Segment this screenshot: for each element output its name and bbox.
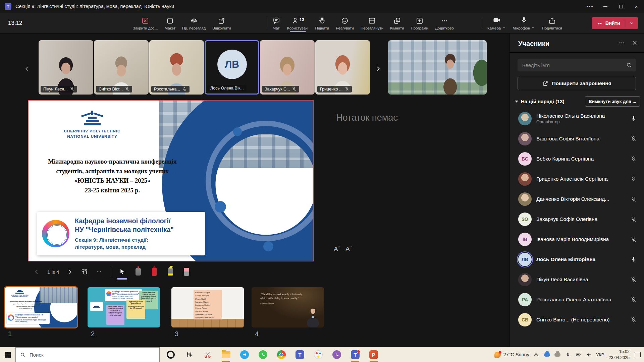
mic-muted-icon[interactable] xyxy=(631,176,637,182)
mic-muted-icon[interactable] xyxy=(631,236,637,242)
leave-chevron-down-icon[interactable] xyxy=(625,20,638,26)
toolbar-close-desc-button[interactable]: Закрити дос... xyxy=(131,14,160,33)
taskbar-app-whatsapp-icon[interactable] xyxy=(257,347,269,362)
chevron-down-icon[interactable] xyxy=(531,25,535,31)
speaker-icon[interactable] xyxy=(586,352,592,358)
participants-close-button[interactable] xyxy=(631,40,638,48)
cloud-icon[interactable] xyxy=(554,352,560,358)
participant-row[interactable]: СВСнітко Вікто... (Не перевірено) xyxy=(509,310,644,330)
leave-button[interactable]: Вийти xyxy=(592,17,638,29)
video-tile[interactable]: Захарчук С... xyxy=(260,40,315,95)
eraser-tool-button[interactable] xyxy=(181,265,192,278)
mic-muted-icon[interactable] xyxy=(631,277,637,283)
participant-search-box[interactable] xyxy=(518,59,636,71)
participant-row[interactable]: Гриценко Анастасія Сергіївна xyxy=(509,169,644,189)
start-button[interactable] xyxy=(0,347,15,362)
taskbar-search-box[interactable] xyxy=(15,347,160,362)
taskbar-app-snipping-icon[interactable] xyxy=(202,347,213,362)
toolbar-chat-button[interactable]: Чат xyxy=(270,14,282,33)
slide-next-button[interactable] xyxy=(64,266,74,278)
slide-thumbnail-3[interactable]: Баштова СофіяСнітко ВікторіяУсков ЮрійІв… xyxy=(171,287,244,327)
weather-widget[interactable]: 27°C Sunny xyxy=(494,352,529,358)
mic-muted-icon[interactable] xyxy=(631,196,637,202)
font-decrease-button[interactable]: Aˇ xyxy=(345,245,352,253)
toolbar-share-button[interactable]: Поділитися xyxy=(540,14,564,33)
participant-search-input[interactable] xyxy=(522,62,626,68)
share-invite-button[interactable]: Поширити запрошення xyxy=(518,77,636,90)
mic-muted-icon[interactable] xyxy=(631,156,637,162)
participant-row[interactable]: БСБебко Карина Сергіївна xyxy=(509,149,644,169)
participant-row[interactable]: Баштова Софія Віталіївна xyxy=(509,129,644,149)
taskbar-app-teams-icon[interactable]: T xyxy=(294,347,306,362)
taskbar-app-task-view-icon[interactable] xyxy=(183,347,195,362)
toolbar-view-button[interactable]: Переглянути xyxy=(359,14,385,33)
pen-tool-button[interactable] xyxy=(149,265,160,278)
spotlight-video-tile[interactable] xyxy=(388,40,487,95)
window-more-button[interactable]: ••• xyxy=(582,0,598,13)
window-maximize-button[interactable] xyxy=(613,0,629,13)
onedrive-cloud-icon[interactable] xyxy=(544,352,550,358)
video-tile[interactable]: Снітко Вікт... xyxy=(94,40,149,95)
mic-on-icon[interactable] xyxy=(631,116,637,122)
participant-row[interactable]: Данченко Вікторія Олександ... xyxy=(509,189,644,209)
taskbar-app-powerpoint-icon[interactable]: P xyxy=(368,347,379,362)
language-indicator[interactable]: УКР xyxy=(596,352,604,357)
section-collapse-caret-icon[interactable] xyxy=(515,101,518,103)
toolbar-more-button[interactable]: Додатково xyxy=(433,14,456,33)
toolbar-preview-button[interactable]: Пр. перегляд xyxy=(180,14,208,33)
taskbar-app-paint-icon[interactable] xyxy=(313,347,324,362)
participant-row[interactable]: ІВІванова Марія Володимирівна xyxy=(509,229,644,249)
participant-row[interactable]: Ніколаєнко Ольга ВасилівнаОрганізатор xyxy=(509,109,644,129)
tray-mic-icon[interactable] xyxy=(565,352,571,358)
video-tile[interactable]: ЛВЛось Олена Вік... xyxy=(205,40,259,95)
mic-muted-icon[interactable] xyxy=(631,317,637,323)
slide-thumbnail-2[interactable]: Кафедра іноземної філології НУ "Чернігів… xyxy=(88,287,160,327)
highlighter-tool-button[interactable] xyxy=(165,265,176,278)
participant-row[interactable]: ЛВЛось Олена Вікторівна xyxy=(509,249,644,269)
window-close-button[interactable]: × xyxy=(629,0,644,13)
video-tile[interactable]: Гриценко ... xyxy=(315,40,370,95)
taskbar-app-explorer-icon[interactable] xyxy=(220,347,232,362)
toolbar-rooms-button[interactable]: Кімнати xyxy=(388,14,406,33)
mic-muted-icon[interactable] xyxy=(631,216,637,222)
toolbar-apps-button[interactable]: Програми xyxy=(409,14,430,33)
window-minimize-button[interactable] xyxy=(598,0,613,13)
participant-row[interactable]: РАРосстальна Олена Анатоліївна xyxy=(509,290,644,310)
clock-widget[interactable]: 15:02 23.04.2025 xyxy=(608,349,630,361)
toolbar-react-button[interactable]: Реагувати xyxy=(334,14,356,33)
slide-grid-view-button[interactable] xyxy=(79,266,89,278)
mic-muted-icon[interactable] xyxy=(631,136,637,142)
toolbar-people-button[interactable]: 13Користувачі xyxy=(285,14,310,33)
taskbar-app-teams-meeting-icon[interactable]: T xyxy=(350,347,361,362)
chevron-down-icon[interactable] xyxy=(502,25,506,31)
mic-muted-icon[interactable] xyxy=(631,297,637,303)
slide-prev-button[interactable] xyxy=(32,266,42,278)
filmstrip-next-button[interactable] xyxy=(374,62,382,75)
action-center-icon[interactable] xyxy=(634,352,641,357)
taskbar-app-opera-icon[interactable] xyxy=(165,347,176,362)
font-increase-button[interactable]: Aˆ xyxy=(334,245,340,253)
participant-row[interactable]: Пікун Леся Василівна xyxy=(509,269,644,290)
toolbar-camera-button[interactable]: Камера xyxy=(485,14,508,33)
laser-pointer-tool-button[interactable] xyxy=(132,265,144,278)
taskbar-search-input[interactable] xyxy=(29,352,155,358)
slide-more-options-button[interactable] xyxy=(94,266,104,278)
cursor-tool-button[interactable] xyxy=(116,265,128,278)
toolbar-raise-button[interactable]: Підняти xyxy=(313,14,331,33)
mic-on-icon[interactable] xyxy=(631,256,637,262)
mute-all-button[interactable]: Вимкнути звук для ... xyxy=(585,96,640,107)
taskbar-app-chrome-icon[interactable] xyxy=(276,347,287,362)
taskbar-app-viber-icon[interactable] xyxy=(331,347,342,362)
toolbar-mic-button[interactable]: Мікрофон xyxy=(511,14,537,33)
toolbar-layout-button[interactable]: Макет xyxy=(163,14,178,33)
video-tile[interactable]: Росстальна... xyxy=(149,40,204,95)
filmstrip-prev-button[interactable] xyxy=(23,62,32,75)
taskbar-app-telegram-icon[interactable] xyxy=(239,347,250,362)
tray-expand-chevron-icon[interactable] xyxy=(534,352,540,358)
toolbar-unpin-button[interactable]: Відкріпити xyxy=(210,14,233,33)
video-tile[interactable]: Пікун Леся... xyxy=(39,40,93,95)
battery-icon[interactable] xyxy=(575,352,581,358)
slide-thumbnail-1[interactable]: CHERNIHIV POLYTECHNIC NATIONAL UNIVERSIT… xyxy=(5,287,77,327)
slide-thumbnail-4[interactable]: “The ability to speak exactly is intimat… xyxy=(252,287,324,327)
participants-more-button[interactable] xyxy=(619,40,625,48)
